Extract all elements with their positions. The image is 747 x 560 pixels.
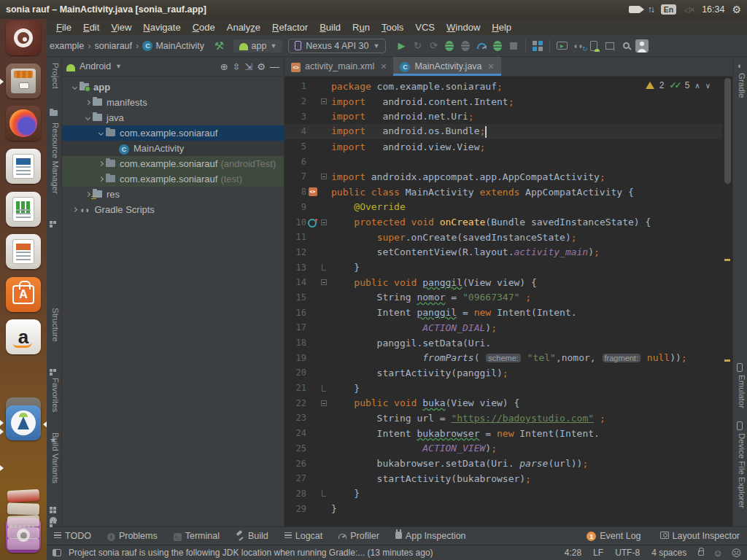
icon-stack-card[interactable] xyxy=(7,538,39,550)
fold-marker[interactable] xyxy=(319,385,328,392)
code-line[interactable]: 12 setContentView(R.layout.activity_main… xyxy=(285,245,722,260)
layout-gutter-icon[interactable]: <> xyxy=(306,187,319,196)
code-editor[interactable]: 1package com.example.soniarauf;2import a… xyxy=(285,77,732,526)
menu-item-edit[interactable]: Edit xyxy=(78,21,104,34)
smiley-face-icon[interactable]: ☺ xyxy=(713,548,722,559)
expand-collapse-icon[interactable]: ⇲ xyxy=(244,61,252,72)
tree-row[interactable]: com.example.soniarauf(test) xyxy=(62,171,284,187)
project-structure-button[interactable] xyxy=(530,38,546,54)
code-line[interactable]: 17 ACTION_DIAL); xyxy=(285,320,722,335)
device-dropdown[interactable]: Nexus 4 API 30 ▼ xyxy=(288,39,386,53)
firefox-icon[interactable] xyxy=(6,106,41,141)
muted-speaker-icon[interactable]: ◁× xyxy=(684,5,694,15)
apply-changes-button[interactable]: ↻ xyxy=(409,38,425,54)
code-line[interactable]: 2import android.content.Intent; xyxy=(285,94,722,109)
code-line[interactable]: 18 panggil.setData(Uri. xyxy=(285,335,722,351)
toolwindow-button-event-log[interactable]: 1Event Log xyxy=(587,531,640,542)
code-line[interactable]: 8<>public class MainActivity extends App… xyxy=(285,184,722,200)
breadcrumb-segment[interactable]: example xyxy=(50,41,84,51)
collapse-all-icon[interactable]: ⇳ xyxy=(233,61,241,72)
tree-chevron-icon[interactable] xyxy=(96,177,106,181)
fold-marker[interactable] xyxy=(319,279,328,285)
code-line[interactable]: 7import androidx.appcompat.app.AppCompat… xyxy=(285,169,722,184)
breadcrumb-segment[interactable]: MainActivity xyxy=(155,41,204,51)
device-manager-button[interactable] xyxy=(586,38,602,54)
icon-stack-card[interactable] xyxy=(7,515,40,528)
tool-strip-tab-device-file-explorer[interactable]: Device File Explorer xyxy=(736,433,747,508)
menu-item-view[interactable]: View xyxy=(106,21,136,34)
fold-marker[interactable] xyxy=(319,174,328,179)
breadcrumb-segment[interactable]: soniarauf xyxy=(95,41,132,51)
code-line[interactable]: 5import android.view.View; xyxy=(285,139,722,155)
gradle-sync-button[interactable]: ◖◗ xyxy=(570,38,586,54)
search-everywhere-button[interactable] xyxy=(618,38,634,54)
profile-avatar[interactable] xyxy=(634,38,650,54)
run-button[interactable]: ▶ xyxy=(393,38,409,54)
tree-chevron-icon[interactable] xyxy=(82,101,93,104)
toolwindow-button-build[interactable]: Build xyxy=(236,531,268,542)
code-line[interactable]: 15 String nomor = "09667347" ; xyxy=(285,290,722,306)
session-gear-icon[interactable]: ⚙ xyxy=(732,4,741,15)
code-line[interactable]: 28 } xyxy=(285,486,722,502)
code-line[interactable]: 9 @Override xyxy=(285,200,722,215)
code-line[interactable]: 6 xyxy=(285,154,722,169)
code-line[interactable]: 20 startActivity(panggil); xyxy=(285,365,722,381)
fold-marker[interactable] xyxy=(319,98,328,104)
toolwindow-button-logcat[interactable]: Logcat xyxy=(285,531,323,541)
unlocked-padlock-icon[interactable] xyxy=(698,551,704,556)
code-line[interactable]: 23 String url = "https://badoystudio.com… xyxy=(285,411,722,426)
line-separator[interactable]: LF xyxy=(593,548,603,558)
menu-item-window[interactable]: Window xyxy=(441,21,485,34)
tree-row[interactable]: res xyxy=(62,187,284,202)
toolwindow-button-todo[interactable]: TODO xyxy=(54,531,91,541)
file-encoding[interactable]: UTF-8 xyxy=(615,548,640,558)
inspection-widget[interactable]: 2 ✓✓ 5 ∧ ∨ xyxy=(646,80,711,90)
libreoffice-calc-icon[interactable] xyxy=(6,192,41,227)
keyboard-layout-badge[interactable]: En xyxy=(661,4,676,15)
prev-issue-chevron-icon[interactable]: ∧ xyxy=(694,82,700,90)
toolwindow-button-terminal[interactable]: ›_Terminal xyxy=(174,531,220,541)
updown-arrows-icon[interactable]: ↑↓ xyxy=(648,4,654,15)
make-project-hammer-icon[interactable]: ⚒ xyxy=(214,39,225,53)
tree-row[interactable]: manifests xyxy=(62,95,284,110)
warning-stripe-mark[interactable] xyxy=(724,359,730,362)
code-line[interactable]: 3import android.net.Uri; xyxy=(285,109,722,124)
tool-strip-tab-gradle[interactable]: Gradle xyxy=(736,73,747,98)
menu-item-code[interactable]: Code xyxy=(187,21,220,34)
icon-stack-card[interactable] xyxy=(7,527,39,540)
icon-stack-card[interactable] xyxy=(7,489,40,502)
tab-activity_main.xml[interactable]: <>activity_main.xml✕ xyxy=(285,57,393,76)
sdk-manager-button[interactable] xyxy=(602,38,618,54)
tool-strip-tab-project[interactable]: Project xyxy=(50,63,61,89)
menu-item-build[interactable]: Build xyxy=(314,21,346,34)
libreoffice-impress-icon[interactable] xyxy=(6,234,41,269)
locate-icon[interactable]: ⊕ xyxy=(220,61,228,72)
code-line[interactable]: 29} xyxy=(285,501,722,516)
tool-strip-tab-resource-manager[interactable]: Resource Manager xyxy=(50,122,61,194)
tool-strip-tab-build-variants[interactable]: Build Variants xyxy=(50,432,61,483)
code-line[interactable]: 11 super.onCreate(savedInstanceState); xyxy=(285,230,722,245)
tree-chevron-icon[interactable] xyxy=(69,85,80,89)
override-gutter-icon[interactable] xyxy=(306,217,319,228)
stop-button[interactable] xyxy=(506,38,522,54)
menu-item-navigate[interactable]: Navigate xyxy=(138,21,185,34)
toolwindow-toggle-icon[interactable] xyxy=(53,549,61,556)
tree-row[interactable]: java xyxy=(62,110,284,125)
next-issue-chevron-icon[interactable]: ∨ xyxy=(705,82,711,90)
toolwindow-button-problems[interactable]: !Problems xyxy=(107,531,158,541)
scrollbar-thumb[interactable] xyxy=(724,78,731,184)
toolwindow-button-layout-inspector[interactable]: Layout Inspector xyxy=(660,531,740,541)
tree-chevron-icon[interactable] xyxy=(96,162,106,166)
tool-strip-tab-structure[interactable]: Structure xyxy=(50,308,61,342)
fold-marker[interactable] xyxy=(319,490,328,497)
debug-button[interactable] xyxy=(441,38,457,54)
android-studio-icon[interactable] xyxy=(6,405,41,440)
ubuntu-dash-icon[interactable] xyxy=(6,20,41,55)
grid-icon[interactable] xyxy=(50,503,56,513)
code-line[interactable]: 21 } xyxy=(285,381,722,396)
editor-scrollbar[interactable] xyxy=(723,77,732,526)
code-line[interactable]: 27 startActivity(bukabrowser); xyxy=(285,471,722,486)
code-line[interactable]: 16 Intent panggil = new Intent(Intent. xyxy=(285,305,722,320)
code-line[interactable]: 13 } xyxy=(285,260,722,275)
hide-panel-icon[interactable]: — xyxy=(270,61,279,72)
